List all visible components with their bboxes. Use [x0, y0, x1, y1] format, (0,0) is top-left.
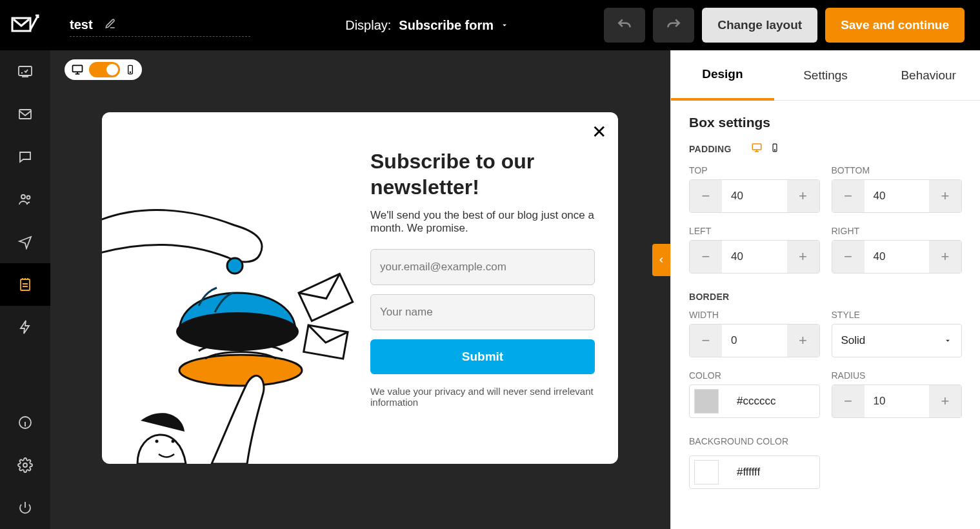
popup-title: Subscribe to our newsletter! [370, 148, 595, 200]
svg-rect-18 [752, 144, 761, 150]
gear-icon [17, 457, 33, 473]
padding-top-label: TOP [689, 165, 820, 175]
users-icon [17, 192, 33, 207]
border-radius-value[interactable]: 10 [865, 385, 930, 417]
svg-rect-8 [73, 65, 83, 72]
display-label: Display: [345, 18, 391, 33]
border-color-value: #cccccc [719, 395, 775, 408]
padding-top-value[interactable]: 40 [722, 180, 787, 212]
padding-top-increment[interactable]: + [787, 180, 819, 212]
svg-rect-2 [19, 110, 31, 119]
svg-point-10 [130, 72, 130, 72]
padding-bottom-decrement[interactable]: − [832, 180, 865, 212]
padding-bottom-increment[interactable]: + [929, 180, 961, 212]
padding-top-decrement[interactable]: − [690, 180, 722, 212]
bg-color-value: #ffffff [719, 466, 760, 479]
top-bar: test Display: Subscribe form C [50, 0, 980, 50]
form-title-editor[interactable]: test [70, 17, 250, 37]
collapse-panel-button[interactable] [652, 244, 670, 276]
border-width-value[interactable]: 0 [722, 324, 787, 357]
rail-zap[interactable] [0, 306, 50, 348]
device-toggle [65, 59, 142, 80]
rail-users[interactable] [0, 178, 50, 221]
tab-settings[interactable]: Settings [774, 50, 877, 101]
border-radius-increment[interactable]: + [929, 385, 961, 417]
tab-behaviour[interactable]: Behaviour [877, 50, 980, 101]
brand-logo [0, 0, 50, 50]
change-layout-button[interactable]: Change layout [702, 8, 817, 43]
mail-icon [17, 106, 33, 122]
svg-point-20 [774, 150, 775, 150]
pencil-icon [105, 18, 116, 32]
svg-rect-13 [299, 274, 353, 321]
rail-mail[interactable] [0, 93, 50, 135]
padding-right-decrement[interactable]: − [832, 241, 865, 273]
desktop-icon[interactable] [71, 63, 84, 76]
redo-icon [665, 17, 682, 34]
rail-dashboard[interactable] [0, 50, 50, 93]
canvas: ✕ [50, 50, 670, 529]
border-radius-decrement[interactable]: − [832, 385, 865, 417]
border-style-select[interactable]: Solid [832, 324, 963, 357]
padding-desktop-icon[interactable] [750, 142, 764, 156]
bg-color-swatch [694, 460, 719, 484]
svg-point-12 [176, 312, 299, 351]
mobile-icon[interactable] [125, 63, 135, 76]
rail-settings[interactable] [0, 444, 50, 486]
rail-send[interactable] [0, 221, 50, 263]
redo-button[interactable] [653, 8, 694, 43]
email-field[interactable] [370, 249, 595, 285]
popup-preview[interactable]: ✕ [102, 112, 618, 464]
padding-mobile-icon[interactable] [770, 142, 779, 156]
side-panel: Design Settings Behaviour Box settings P… [670, 50, 980, 529]
border-width-label: WIDTH [689, 310, 820, 320]
zap-icon [17, 319, 33, 335]
send-icon [17, 234, 33, 250]
submit-button[interactable]: Submit [370, 339, 595, 374]
border-width-increment[interactable]: + [787, 324, 819, 357]
display-selector[interactable]: Subscribe form [399, 18, 509, 33]
logo-icon [11, 14, 39, 36]
padding-right-label: RIGHT [832, 226, 963, 236]
bg-color-input[interactable]: #ffffff [689, 455, 820, 489]
name-field[interactable] [370, 294, 595, 330]
undo-button[interactable] [604, 8, 645, 43]
save-continue-button[interactable]: Save and continue [825, 8, 965, 43]
border-radius-label: RADIUS [832, 370, 963, 381]
bg-color-label: BACKGROUND COLOR [689, 436, 962, 446]
border-width-decrement[interactable]: − [690, 324, 722, 357]
padding-top-stepper: − 40 + [689, 179, 820, 213]
padding-left-label: LEFT [689, 226, 820, 236]
padding-left-increment[interactable]: + [787, 241, 819, 273]
chevron-down-icon [943, 336, 952, 345]
tab-design[interactable]: Design [671, 50, 774, 101]
padding-left-stepper: − 40 + [689, 240, 820, 274]
privacy-text: We value your privacy and will never sen… [370, 386, 595, 408]
svg-point-11 [227, 258, 243, 274]
padding-left-value[interactable]: 40 [722, 241, 787, 273]
padding-bottom-value[interactable]: 40 [865, 180, 930, 212]
close-icon[interactable]: ✕ [592, 121, 606, 143]
dashboard-icon [17, 64, 33, 79]
notes-icon [17, 277, 33, 292]
padding-label: PADDING [689, 144, 732, 154]
border-color-input[interactable]: #cccccc [689, 384, 820, 418]
power-icon [17, 500, 33, 515]
padding-right-value[interactable]: 40 [865, 241, 930, 273]
border-style-value: Solid [841, 334, 866, 347]
padding-left-decrement[interactable]: − [690, 241, 722, 273]
left-rail [0, 0, 50, 529]
rail-info[interactable] [0, 401, 50, 444]
display-value-text: Subscribe form [399, 18, 494, 33]
device-switch[interactable] [89, 62, 120, 77]
rail-chat[interactable] [0, 135, 50, 178]
rail-notes[interactable] [0, 263, 50, 306]
form-title: test [70, 17, 93, 32]
chevron-left-icon [657, 255, 666, 264]
padding-right-increment[interactable]: + [929, 241, 961, 273]
rail-power[interactable] [0, 486, 50, 529]
popup-illustration [102, 112, 360, 464]
padding-bottom-label: BOTTOM [832, 165, 963, 175]
padding-bottom-stepper: − 40 + [832, 179, 963, 213]
popup-subtitle: We'll send you the best of our blog just… [370, 209, 595, 235]
